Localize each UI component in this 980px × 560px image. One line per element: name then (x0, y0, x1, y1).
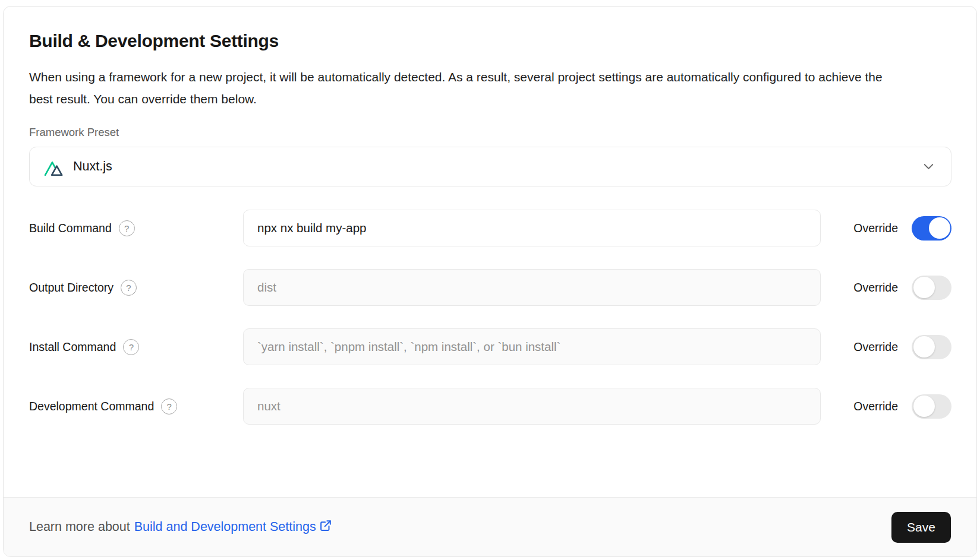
question-circle-icon[interactable]: ? (123, 339, 139, 355)
row-label: Install Command ? (29, 339, 243, 355)
question-circle-icon[interactable]: ? (121, 280, 137, 296)
framework-preset-select[interactable]: Nuxt.js (29, 147, 951, 186)
override-toggle[interactable] (912, 216, 951, 241)
learn-more-text: Learn more about Build and Development S… (29, 519, 332, 536)
question-circle-icon[interactable]: ? (161, 398, 177, 415)
save-button[interactable]: Save (891, 512, 951, 543)
settings-rows: Build Command ? Override Output Director… (29, 210, 951, 425)
command-input[interactable] (243, 388, 821, 425)
row-label: Development Command ? (29, 398, 243, 415)
row-label-text: Build Command (29, 222, 112, 235)
row-label: Build Command ? (29, 220, 243, 236)
row-label-text: Development Command (29, 400, 154, 413)
row-label-text: Install Command (29, 340, 116, 354)
framework-preset-label: Framework Preset (29, 126, 951, 139)
override-toggle[interactable] (912, 394, 951, 419)
override-label: Override (853, 222, 898, 235)
override-cell: Override (821, 276, 951, 300)
command-input[interactable] (243, 210, 821, 246)
override-toggle[interactable] (912, 276, 951, 300)
framework-selected-value: Nuxt.js (73, 159, 112, 174)
page-description: When using a framework for a new project… (29, 66, 897, 110)
toggle-knob (913, 396, 935, 417)
toggle-knob (913, 336, 935, 357)
settings-row: Output Directory ? Override (29, 269, 951, 306)
learn-more-link-text: Build and Development Settings (134, 520, 316, 534)
command-input[interactable] (243, 328, 821, 365)
question-circle-icon[interactable]: ? (119, 220, 135, 236)
chevron-down-icon (921, 159, 937, 175)
override-cell: Override (821, 335, 951, 359)
row-label-text: Output Directory (29, 281, 114, 295)
nuxt-icon (44, 157, 65, 176)
learn-more-link[interactable]: Build and Development Settings (134, 519, 332, 536)
override-cell: Override (821, 216, 951, 241)
override-label: Override (853, 340, 898, 354)
learn-more-prefix: Learn more about (29, 520, 130, 534)
toggle-knob (913, 277, 935, 298)
card-body: Build & Development Settings When using … (4, 7, 976, 497)
settings-row: Build Command ? Override (29, 210, 951, 246)
row-label: Output Directory ? (29, 280, 243, 296)
toggle-knob (929, 217, 950, 239)
settings-row: Development Command ? Override (29, 388, 951, 425)
settings-row: Install Command ? Override (29, 328, 951, 365)
page-title: Build & Development Settings (29, 31, 951, 51)
card-footer: Learn more about Build and Development S… (4, 497, 976, 556)
override-cell: Override (821, 394, 951, 419)
override-toggle[interactable] (912, 335, 951, 359)
external-link-icon (319, 519, 332, 536)
override-label: Override (853, 400, 898, 413)
command-input[interactable] (243, 269, 821, 306)
override-label: Override (853, 281, 898, 295)
build-settings-card: Build & Development Settings When using … (3, 6, 977, 557)
